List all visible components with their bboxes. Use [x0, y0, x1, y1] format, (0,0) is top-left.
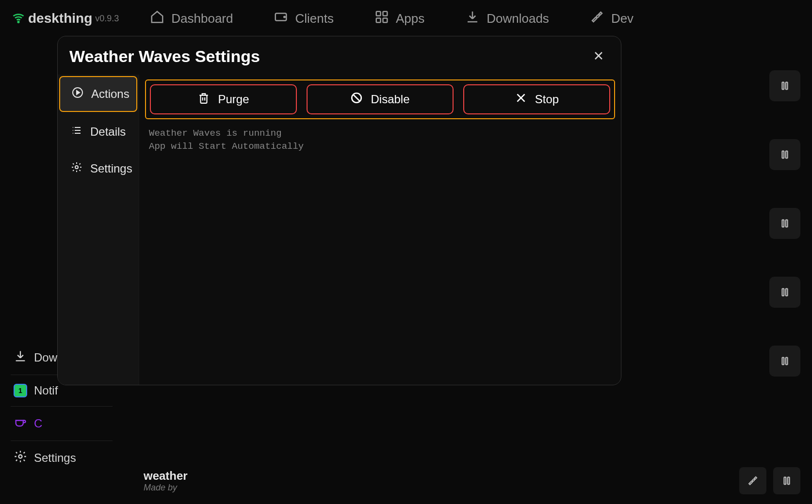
wrench-button[interactable]	[739, 467, 766, 494]
wifi-icon	[12, 11, 25, 26]
close-icon	[515, 92, 527, 107]
svg-point-17	[19, 455, 22, 458]
disable-button[interactable]: Disable	[307, 84, 454, 114]
device-icon	[274, 10, 288, 28]
svg-rect-7	[782, 82, 784, 90]
svg-rect-15	[782, 358, 784, 365]
tab-settings[interactable]: Settings	[59, 152, 137, 186]
svg-rect-8	[786, 82, 788, 90]
pause-button[interactable]	[773, 467, 800, 494]
status-text: Weather Waves is running App will Start …	[145, 126, 615, 154]
svg-point-21	[75, 166, 78, 169]
settings-modal: Weather Waves Settings Actions Details S…	[57, 36, 621, 385]
home-icon	[150, 10, 164, 28]
download-icon	[465, 10, 480, 28]
notification-badge: 1	[14, 384, 27, 397]
svg-rect-4	[383, 11, 387, 16]
svg-rect-6	[383, 18, 387, 22]
app-name: weather	[144, 469, 739, 483]
svg-rect-3	[376, 11, 381, 16]
trash-icon	[197, 92, 210, 107]
grid-icon	[374, 10, 389, 28]
svg-rect-13	[782, 289, 784, 296]
sidebar-settings[interactable]: Settings	[11, 441, 113, 475]
pause-button[interactable]	[769, 139, 800, 170]
nav-apps[interactable]: Apps	[374, 10, 424, 28]
pause-button[interactable]	[769, 70, 800, 101]
stop-button[interactable]: Stop	[463, 84, 610, 114]
modal-sidebar: Actions Details Settings	[58, 75, 139, 385]
download-icon	[14, 349, 27, 366]
svg-rect-14	[786, 289, 788, 296]
svg-rect-5	[376, 18, 381, 22]
svg-rect-18	[784, 477, 786, 485]
close-icon	[593, 50, 604, 63]
side-pause-buttons	[769, 70, 800, 377]
sidebar-coffee[interactable]: C	[11, 407, 113, 441]
pause-button[interactable]	[769, 277, 800, 308]
play-icon	[72, 87, 83, 101]
svg-rect-16	[786, 358, 788, 365]
purge-button[interactable]: Purge	[150, 84, 297, 114]
coffee-icon	[14, 415, 27, 432]
top-navigation: deskthing v0.9.3 Dashboard Clients Apps	[0, 0, 812, 37]
nav-dashboard[interactable]: Dashboard	[150, 10, 233, 28]
list-icon	[71, 125, 82, 139]
brand: deskthing v0.9.3	[12, 11, 119, 26]
tab-details[interactable]: Details	[59, 115, 137, 149]
close-button[interactable]	[591, 49, 606, 64]
modal-title: Weather Waves Settings	[69, 47, 260, 66]
svg-rect-12	[786, 220, 788, 227]
tab-actions[interactable]: Actions	[59, 76, 137, 112]
nav-clients[interactable]: Clients	[274, 10, 333, 28]
svg-rect-19	[788, 477, 790, 485]
svg-rect-11	[782, 220, 784, 227]
gear-icon	[14, 450, 27, 466]
action-row: Purge Disable Stop	[145, 79, 615, 119]
pause-button[interactable]	[769, 346, 800, 377]
brand-version: v0.9.3	[95, 14, 119, 24]
svg-rect-9	[782, 151, 784, 158]
bottom-app-row: weather Made by	[144, 467, 800, 494]
svg-rect-10	[786, 151, 788, 158]
gear-icon	[71, 161, 82, 176]
brand-name: deskthing	[28, 11, 92, 26]
pause-button[interactable]	[769, 208, 800, 239]
app-madeby: Made by	[144, 483, 739, 493]
svg-point-0	[18, 21, 19, 22]
svg-point-2	[284, 16, 286, 17]
nav-dev[interactable]: Dev	[590, 10, 633, 28]
wrench-icon	[590, 10, 604, 28]
ban-icon	[350, 92, 363, 107]
nav-downloads[interactable]: Downloads	[465, 10, 549, 28]
